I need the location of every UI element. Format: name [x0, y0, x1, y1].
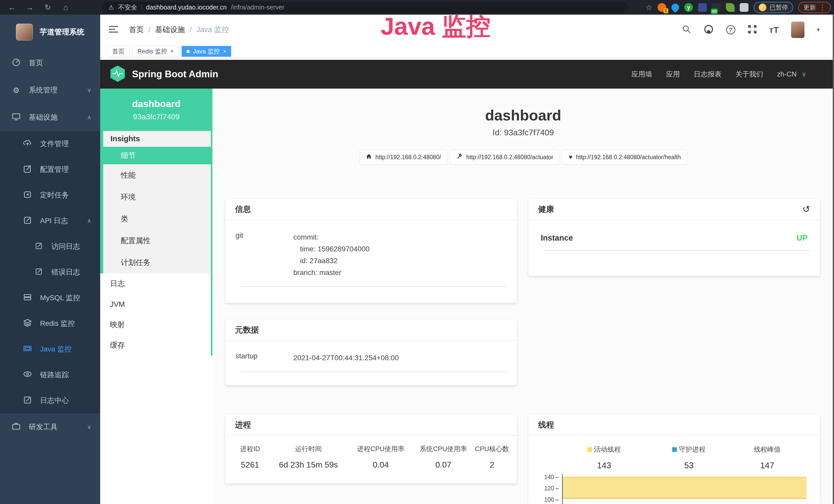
breadcrumb-home[interactable]: 首页 [129, 25, 144, 35]
infra-submenu: 文件管理 配置管理 定时任务 API 日志 ∧ 访问日志 错误日志 [0, 131, 100, 413]
metadata-startup-row: startup 2021-04-27T00:44:31.254+08:00 [225, 341, 517, 364]
leaf-extension-icon[interactable] [726, 3, 734, 12]
sidebar-item-java-monitor[interactable]: Java 监控 [0, 336, 100, 362]
process-uptime: 6d 23h 15m 59s [268, 460, 349, 469]
health-url-button[interactable]: ♥ http://192.168.0.2:48080/actuator/heal… [562, 150, 687, 165]
sidebar-item-redis-monitor[interactable]: Redis 监控 [0, 311, 100, 336]
window-scrollbar[interactable] [833, 15, 834, 504]
browser-home-icon[interactable]: ⌂ [59, 3, 73, 12]
log-edit-icon [34, 267, 44, 277]
not-secure-label[interactable]: 不安全 [118, 3, 137, 12]
sba-nav-journal[interactable]: 日志报表 [694, 70, 722, 79]
extension-icon[interactable]: 1 [658, 3, 666, 12]
sidebar-item-error-log[interactable]: 错误日志 [0, 259, 100, 285]
tv-monitor-icon [23, 344, 32, 355]
log-edit-icon [34, 242, 44, 252]
github-icon[interactable] [704, 24, 714, 36]
sidebar-item-tracing[interactable]: 链路追踪 [0, 362, 100, 388]
user-caret-icon[interactable]: ▾ [817, 26, 820, 33]
sba-menu-config-props[interactable]: 配置属性 [103, 230, 213, 252]
reload-icon[interactable]: ↻ [41, 3, 55, 12]
sba-menu-mappings[interactable]: 映射 [100, 315, 213, 335]
process-table: 进程ID 运行时间 进程CPU使用率 系统CPU使用率 CPU核心数 5261 … [225, 436, 517, 469]
forward-icon[interactable]: → [23, 3, 37, 12]
browser-menu-icon[interactable]: ⋮ [819, 3, 826, 12]
address-bar[interactable]: ⚠ 不安全 dashboard.yudao.iocoder.cn/infra/a… [102, 2, 628, 13]
col-header: 进程ID [232, 444, 268, 453]
sba-menu-logs[interactable]: 日志 [100, 273, 213, 294]
sidebar-item-api-log[interactable]: API 日志 ∧ [0, 208, 100, 234]
database-server-icon [23, 293, 32, 303]
legend-label: 活动线程 [594, 445, 621, 454]
sidebar-item-infra[interactable]: 基础设施 ∧ [0, 104, 100, 131]
legend-swatch-daemon [672, 447, 677, 452]
update-button[interactable]: 更新 ⋮ [798, 2, 831, 13]
map-pin-extension-icon[interactable] [670, 2, 681, 13]
monitor-icon [11, 112, 21, 123]
sba-menu-caches[interactable]: 缓存 [100, 335, 213, 356]
chevron-down-icon: ∨ [87, 423, 91, 431]
tag-home[interactable]: 首页 [107, 46, 129, 57]
sidebar-item-dev-tools[interactable]: 研发工具 ∨ [0, 413, 100, 441]
sidebar-item-file-manage[interactable]: 文件管理 [0, 131, 100, 157]
tag-java-monitor[interactable]: Java 监控 × [182, 46, 231, 57]
status-badge: UP [796, 233, 808, 243]
sidebar-item-system[interactable]: ⚙ 系统管理 ∨ [0, 76, 100, 104]
sidebar-item-log-center[interactable]: 日志中心 [0, 388, 100, 413]
hamburger-icon[interactable] [108, 25, 119, 35]
layers-icon [23, 318, 32, 329]
sba-nav-wallboard[interactable]: 应用墙 [631, 70, 652, 79]
app-logo-row[interactable]: 芋道管理系统 [0, 15, 100, 49]
sidebar-item-home[interactable]: 首页 [0, 49, 100, 76]
back-icon[interactable]: ← [5, 3, 19, 12]
chevron-up-icon: ∧ [87, 217, 91, 224]
sba-menu-scheduled-tasks[interactable]: 计划任务 [103, 252, 213, 273]
log-edit-icon [23, 215, 32, 226]
breadcrumb-infra[interactable]: 基础设施 [155, 25, 185, 35]
help-icon[interactable]: ? [726, 25, 736, 35]
bookmark-star-icon[interactable]: ☆ [645, 3, 652, 12]
sba-menu-environment[interactable]: 环境 [103, 186, 213, 208]
tags-view-bar: 首页 Redis 监控 × Java 监控 × [100, 45, 834, 58]
info-value: commit: time: 1596289704000 id: 27aa832 … [293, 231, 370, 279]
sba-menu-details[interactable]: 细节 [100, 147, 213, 164]
wrench-icon [456, 153, 463, 161]
sba-main: dashboard Id: 93a3fc7f7409 http://192.16… [213, 89, 834, 504]
close-icon[interactable]: × [223, 48, 226, 55]
sba-nav-applications[interactable]: 应用 [666, 70, 680, 79]
sidebar-item-access-log[interactable]: 访问日志 [0, 234, 100, 259]
locale-caret-icon[interactable]: ∨ [802, 71, 806, 78]
grid-extension-icon[interactable] [698, 3, 707, 12]
sba-menu-jvm[interactable]: JVM [100, 294, 213, 315]
paused-badge[interactable]: 已暂停 [753, 2, 793, 13]
sidebar-item-scheduled-jobs[interactable]: 定时任务 [0, 182, 100, 208]
fullscreen-icon[interactable] [748, 25, 757, 35]
legend-label: 线程峰值 [754, 445, 781, 454]
sidebar-item-mysql-monitor[interactable]: MySQL 监控 [0, 285, 100, 311]
actuator-url-button[interactable]: http://192.168.0.2:48080/actuator [450, 150, 560, 165]
sba-menu-classes[interactable]: 类 [103, 208, 213, 230]
metadata-value: 2021-04-27T00:44:31.254+08:00 [293, 352, 399, 364]
search-icon[interactable] [682, 25, 691, 35]
edit-square-icon [23, 164, 32, 175]
user-avatar[interactable] [791, 22, 805, 38]
extensions-puzzle-icon[interactable] [740, 3, 748, 12]
y-extension-icon[interactable]: y [684, 3, 693, 12]
cpu-cores: 2 [474, 460, 510, 469]
sidebar-item-config-manage[interactable]: 配置管理 [0, 157, 100, 182]
tag-redis-monitor[interactable]: Redis 监控 × [133, 46, 178, 57]
history-icon[interactable]: ↺ [803, 204, 810, 215]
sba-header: Spring Boot Admin 应用墙 应用 日志报表 关于我们 zh-CN… [100, 60, 834, 89]
close-icon[interactable]: × [170, 48, 174, 55]
page-title: dashboard [213, 107, 834, 124]
sba-nav-about[interactable]: 关于我们 [736, 70, 763, 79]
emoji-face-icon [759, 4, 766, 11]
sba-nav-locale[interactable]: zh-CN [777, 70, 797, 78]
screen: ← → ↻ ⌂ ⚠ 不安全 dashboard.yudao.iocoder.cn… [0, 0, 834, 504]
sba-brand-title[interactable]: Spring Boot Admin [132, 69, 218, 79]
font-size-icon[interactable]: ᴛT [769, 25, 779, 35]
switch-extension-icon[interactable]: on [712, 3, 721, 12]
sba-menu-metrics[interactable]: 性能 [103, 164, 213, 186]
service-url-button[interactable]: http://192.168.0.2:48080/ [359, 150, 448, 165]
app-logo [16, 24, 33, 41]
